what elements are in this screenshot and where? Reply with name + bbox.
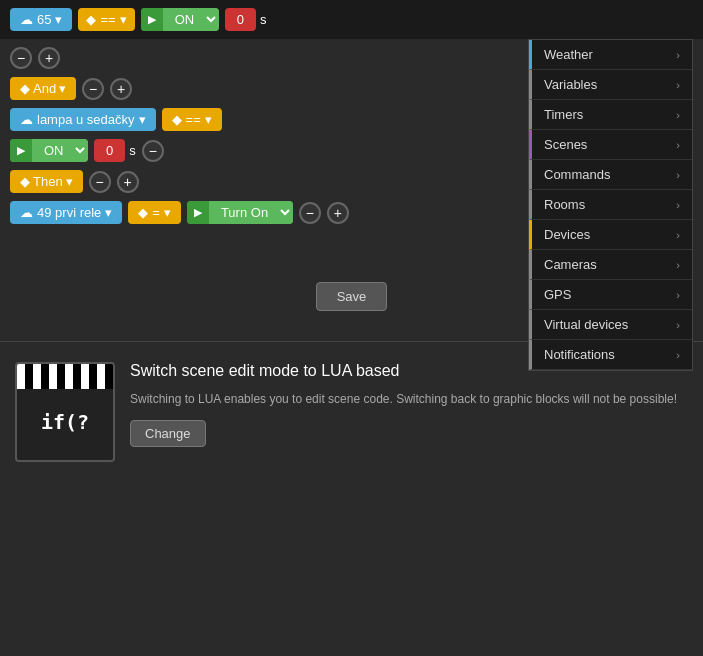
clap-stripes (17, 364, 113, 389)
dropdown-menu: Weather›Variables›Timers›Scenes›Commands… (528, 39, 693, 371)
chevron-icon: › (676, 199, 680, 211)
chevron-icon: › (676, 169, 680, 181)
chevron-icon: › (676, 289, 680, 301)
dropdown-item-label: Devices (544, 227, 590, 242)
timer-wrap-top: 0 s (225, 8, 267, 31)
cloud-value: 65 (37, 12, 51, 27)
equals-arrow-cond: ▾ (205, 112, 212, 127)
dropdown-item[interactable]: Devices› (529, 220, 692, 250)
minus-btn-top[interactable]: − (10, 47, 32, 69)
and-label: And (33, 81, 56, 96)
diamond-icon-top: ◆ (86, 12, 96, 27)
clapboard-icon: if(? (15, 362, 115, 462)
bottom-text-area: Switch scene edit mode to LUA based Swit… (130, 362, 688, 447)
chevron-icon: › (676, 229, 680, 241)
dropdown-item[interactable]: Scenes› (529, 130, 692, 160)
dropdown-item-label: Scenes (544, 137, 587, 152)
main-content: − + ◆ And ▾ − + ☁ lampa u sedačky ▾ ◆ ==… (0, 39, 703, 232)
action-eq-button[interactable]: ◆ = ▾ (128, 201, 181, 224)
on-select-wrap: ▶ ON (10, 139, 88, 162)
minus-btn-and[interactable]: − (82, 78, 104, 100)
play-icon-cond: ▶ (10, 139, 32, 162)
dropdown-item[interactable]: Virtual devices› (529, 310, 692, 340)
dropdown-item[interactable]: Timers› (529, 100, 692, 130)
and-button[interactable]: ◆ And ▾ (10, 77, 76, 100)
dropdown-item-label: GPS (544, 287, 571, 302)
timer-value-top: 0 (225, 8, 256, 31)
then-label: Then (33, 174, 63, 189)
device-button[interactable]: ☁ lampa u sedačky ▾ (10, 108, 156, 131)
chevron-icon: › (676, 139, 680, 151)
plus-btn-then[interactable]: + (117, 171, 139, 193)
chevron-icon: › (676, 259, 680, 271)
then-arrow-icon: ▾ (66, 174, 73, 189)
dropdown-item-label: Virtual devices (544, 317, 628, 332)
and-arrow-icon: ▾ (59, 81, 66, 96)
equals-button-cond[interactable]: ◆ == ▾ (162, 108, 222, 131)
dropdown-item-label: Commands (544, 167, 610, 182)
minus-btn-action[interactable]: − (299, 202, 321, 224)
top-row: ☁ 65 ▾ ◆ == ▾ ▶ ON 0 s (0, 0, 703, 39)
action-device-arrow: ▾ (105, 205, 112, 220)
equals-label-cond: == (186, 112, 201, 127)
plus-btn-action[interactable]: + (327, 202, 349, 224)
chevron-icon: › (676, 349, 680, 361)
bottom-description: Switching to LUA enables you to edit sce… (130, 390, 688, 408)
timer-unit-top: s (260, 12, 267, 27)
play-icon-action: ▶ (187, 201, 209, 224)
timer-unit-cond: s (129, 143, 136, 158)
plus-btn-top[interactable]: + (38, 47, 60, 69)
on-select-wrap-top: ▶ ON (141, 8, 219, 31)
diamond-icon-then: ◆ (20, 174, 30, 189)
device-name: lampa u sedačky (37, 112, 135, 127)
action-eq-arrow: ▾ (164, 205, 171, 220)
timer-wrap-cond: 0 s (94, 139, 136, 162)
cloud-icon-action: ☁ (20, 205, 33, 220)
clap-text: if(? (41, 410, 89, 434)
action-select[interactable]: Turn On (209, 201, 293, 224)
diamond-icon-and: ◆ (20, 81, 30, 96)
chevron-icon: › (676, 79, 680, 91)
dropdown-item-label: Rooms (544, 197, 585, 212)
diamond-icon-action: ◆ (138, 205, 148, 220)
action-eq-label: = (152, 205, 160, 220)
change-button[interactable]: Change (130, 420, 206, 447)
dropdown-item-label: Timers (544, 107, 583, 122)
dropdown-item-label: Cameras (544, 257, 597, 272)
equals-button-top[interactable]: ◆ == ▾ (78, 8, 134, 31)
cloud-icon: ☁ (20, 12, 33, 27)
dropdown-item[interactable]: Notifications› (529, 340, 692, 370)
action-select-wrap: ▶ Turn On (187, 201, 293, 224)
then-button[interactable]: ◆ Then ▾ (10, 170, 83, 193)
dropdown-item[interactable]: GPS› (529, 280, 692, 310)
play-icon-top: ▶ (141, 8, 163, 31)
minus-btn-cond[interactable]: − (142, 140, 164, 162)
save-button[interactable]: Save (316, 282, 388, 311)
equals-label-top: == (100, 12, 115, 27)
equals-arrow-icon: ▾ (120, 12, 127, 27)
dropdown-item[interactable]: Weather› (529, 40, 692, 70)
plus-btn-and[interactable]: + (110, 78, 132, 100)
dropdown-item-label: Notifications (544, 347, 615, 362)
dropdown-item[interactable]: Commands› (529, 160, 692, 190)
dropdown-item[interactable]: Cameras› (529, 250, 692, 280)
timer-value-cond: 0 (94, 139, 125, 162)
dropdown-item-label: Weather (544, 47, 593, 62)
chevron-icon: › (676, 319, 680, 331)
chevron-icon: › (676, 109, 680, 121)
device-arrow-icon: ▾ (139, 112, 146, 127)
diamond-icon-cond: ◆ (172, 112, 182, 127)
on-select-cond[interactable]: ON (32, 139, 88, 162)
action-device-button[interactable]: ☁ 49 prvi rele ▾ (10, 201, 122, 224)
minus-btn-then[interactable]: − (89, 171, 111, 193)
on-select-top[interactable]: ON (163, 8, 219, 31)
dropdown-item[interactable]: Rooms› (529, 190, 692, 220)
action-device-name: 49 prvi rele (37, 205, 101, 220)
cloud-arrow-icon: ▾ (55, 12, 62, 27)
cloud-button[interactable]: ☁ 65 ▾ (10, 8, 72, 31)
dropdown-item[interactable]: Variables› (529, 70, 692, 100)
chevron-icon: › (676, 49, 680, 61)
cloud-icon-device: ☁ (20, 112, 33, 127)
dropdown-item-label: Variables (544, 77, 597, 92)
